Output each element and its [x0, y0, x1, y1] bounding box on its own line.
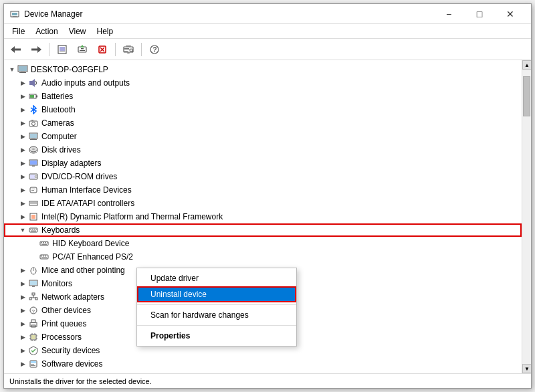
svg-rect-32: [29, 81, 32, 85]
svg-rect-19: [126, 45, 131, 47]
tree-item-keyboards[interactable]: ▼ Keyboards: [4, 223, 522, 237]
tree-item-intel[interactable]: ▶ Intel(R) Dynamic Platform and Thermal …: [4, 210, 522, 223]
sound-expand-icon: ▶: [17, 372, 28, 373]
svg-rect-46: [30, 139, 37, 140]
svg-rect-68: [36, 229, 37, 230]
svg-rect-2: [13, 16, 17, 17]
tree-item-bluetooth[interactable]: ▶ Bluetooth: [4, 103, 522, 116]
back-button[interactable]: [7, 41, 25, 58]
hid-label: Human Interface Devices: [41, 185, 132, 195]
root-label: DESKTOP-O3FGFLP: [31, 65, 108, 74]
context-menu: Update driver Uninstall device Scan for …: [136, 268, 297, 347]
ctx-scan-hardware[interactable]: Scan for hardware changes: [137, 307, 296, 323]
ide-label: IDE ATA/ATAPI controllers: [41, 199, 134, 208]
svg-rect-13: [81, 48, 84, 50]
root-expand-icon: ▼: [7, 64, 17, 75]
hid-icon: [28, 185, 39, 195]
print-label: Print queues: [41, 319, 86, 328]
tree-item-hid[interactable]: ▶ Human Interface Devices: [4, 183, 522, 197]
tree-item-computer[interactable]: ▶ Computer: [4, 130, 522, 143]
keyboards-expand-icon: ▼: [17, 225, 28, 235]
close-button[interactable]: ✕: [495, 4, 526, 24]
svg-rect-30: [21, 72, 25, 72]
vertical-scrollbar[interactable]: ▲ ▼: [522, 60, 531, 373]
dvd-label: DVD/CD-ROM drives: [41, 172, 117, 181]
menu-file[interactable]: File: [7, 25, 30, 37]
svg-rect-98: [31, 335, 35, 339]
print-icon: [28, 318, 39, 329]
tree-item-hid-keyboard[interactable]: ▶ HID Keyboard Device: [4, 237, 522, 250]
scroll-track[interactable]: [522, 70, 531, 364]
forward-button[interactable]: [27, 41, 45, 58]
svg-text:?: ?: [153, 46, 157, 54]
svg-marker-4: [11, 46, 15, 53]
tree-root-item[interactable]: ▼ DESKTOP-O3FGFLP: [4, 63, 522, 76]
ctx-separator: [137, 304, 296, 305]
network-label: Network adapters: [41, 292, 104, 302]
tree-item-cameras[interactable]: ▶ Cameras: [4, 116, 522, 130]
svg-rect-23: [124, 51, 128, 52]
svg-rect-75: [41, 244, 47, 246]
status-text: Uninstalls the driver for the selected d…: [9, 377, 152, 385]
tree-item-pcat-keyboard[interactable]: ▶ PC/AT Enhanced PS/2: [4, 250, 522, 264]
window-title: Device Manager: [24, 9, 433, 19]
menu-action[interactable]: Action: [30, 25, 63, 37]
tree-item-dvd[interactable]: ▶ DVD/CD-ROM drives: [4, 170, 522, 183]
title-bar: Device Manager − □ ✕: [4, 4, 531, 24]
ide-icon: [28, 198, 39, 209]
maximize-button[interactable]: □: [464, 4, 495, 24]
tree-item-sound[interactable]: ▶ Sound, video and game controllers: [4, 371, 522, 373]
security-expand-icon: ▶: [17, 345, 28, 356]
hid-expand-icon: ▶: [17, 185, 28, 195]
scroll-down-button[interactable]: ▼: [522, 364, 531, 373]
svg-rect-66: [32, 229, 33, 230]
tree-item-audio[interactable]: ▶ Audio inputs and outputs: [4, 76, 522, 90]
ctx-update-driver[interactable]: Update driver: [137, 270, 296, 286]
sound-icon: [28, 372, 39, 373]
hid-keyboard-label: HID Keyboard Device: [52, 239, 129, 248]
menu-help[interactable]: Help: [92, 25, 119, 37]
uninstall-toolbar-button[interactable]: [93, 41, 112, 58]
device-tree[interactable]: ▼ DESKTOP-O3FGFLP ▶: [4, 60, 522, 373]
svg-rect-108: [31, 361, 36, 363]
disk-icon: [28, 144, 39, 155]
security-label: Security devices: [41, 346, 100, 355]
svg-rect-95: [31, 320, 35, 322]
svg-rect-70: [40, 241, 48, 246]
tree-item-display[interactable]: ▶ Display adapters: [4, 157, 522, 170]
svg-marker-6: [37, 46, 41, 53]
tree-item-disk[interactable]: ▶ Disk drives: [4, 143, 522, 157]
tree-item-ide[interactable]: ▶ IDE ATA/ATAPI controllers: [4, 197, 522, 210]
toolbar: ?: [4, 39, 531, 60]
bluetooth-expand-icon: ▶: [17, 104, 28, 115]
svg-rect-20: [127, 52, 130, 54]
sound-label: Sound, video and game controllers: [41, 373, 165, 373]
tree-item-batteries[interactable]: ▶ Batteries: [4, 90, 522, 103]
tree-item-software[interactable]: ▶ Software devices: [4, 357, 522, 371]
other-icon: ?: [28, 305, 39, 316]
properties-toolbar-button[interactable]: [53, 41, 72, 58]
window-controls: − □ ✕: [433, 4, 526, 24]
svg-rect-7: [31, 48, 37, 50]
batteries-icon: [28, 91, 39, 102]
ctx-properties[interactable]: Properties: [137, 328, 296, 344]
update-driver-toolbar-button[interactable]: [73, 41, 92, 58]
svg-point-49: [32, 149, 35, 151]
svg-rect-9: [60, 47, 65, 51]
audio-label: Audio inputs and outputs: [41, 78, 130, 88]
computer-expand-icon: ▶: [17, 131, 28, 142]
svg-marker-33: [32, 79, 35, 87]
display-icon: [28, 158, 39, 169]
disk-label: Disk drives: [41, 145, 81, 155]
scroll-up-button[interactable]: ▲: [522, 60, 531, 70]
svg-point-41: [32, 122, 35, 126]
ctx-uninstall-device[interactable]: Uninstall device: [137, 286, 296, 302]
scan-hardware-toolbar-button[interactable]: [119, 41, 138, 58]
svg-rect-80: [41, 258, 47, 259]
ide-expand-icon: ▶: [17, 198, 28, 209]
menu-view[interactable]: View: [64, 25, 92, 37]
help-toolbar-button[interactable]: ?: [145, 41, 164, 58]
minimize-button[interactable]: −: [433, 4, 464, 24]
scroll-thumb[interactable]: [523, 76, 530, 116]
svg-rect-10: [60, 52, 65, 52]
